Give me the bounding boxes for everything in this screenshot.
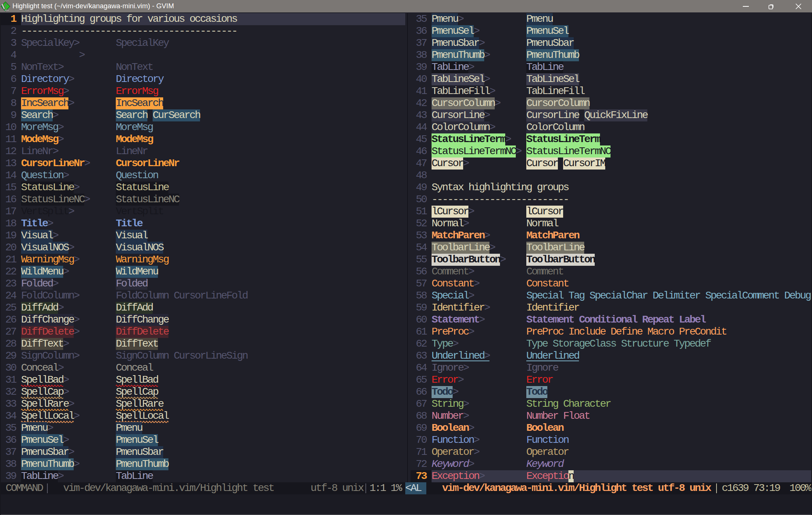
svg-text:im: im — [5, 8, 9, 12]
